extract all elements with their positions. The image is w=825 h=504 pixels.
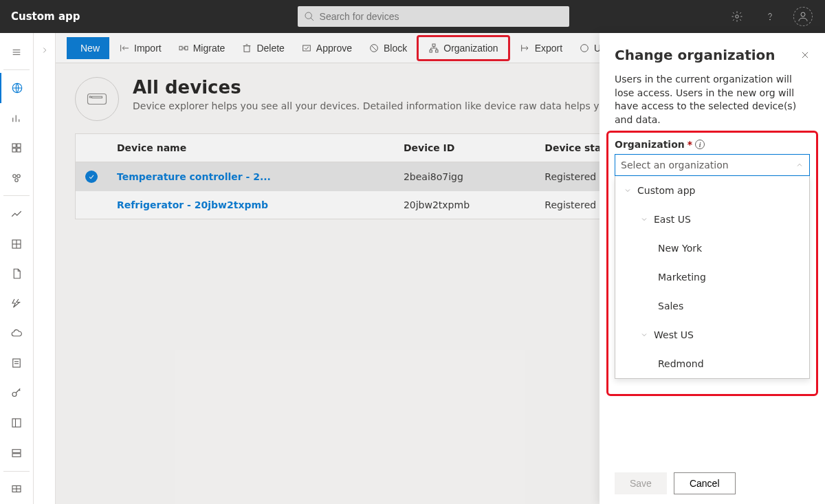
organization-icon: [428, 43, 439, 54]
device-status-cell: Registered: [544, 199, 596, 210]
organization-label: Organization: [443, 43, 498, 54]
svg-line-45: [371, 45, 377, 51]
chevron-up-icon: [795, 161, 804, 169]
change-organization-panel: Change organization Users in the current…: [600, 33, 825, 504]
delete-icon: [241, 43, 252, 54]
nav-cloud-icon[interactable]: [0, 318, 33, 348]
nav-list-icon[interactable]: [0, 349, 33, 378]
org-node-sales[interactable]: Sales: [615, 292, 809, 320]
svg-rect-13: [17, 144, 21, 147]
nav-layout-icon[interactable]: [0, 408, 33, 438]
close-icon[interactable]: [800, 47, 810, 63]
device-name-link[interactable]: Refrigerator - 20jbw2txpmb: [117, 199, 268, 210]
svg-line-1: [311, 18, 314, 21]
main-area: New Import Migrate Delete Approve Block: [56, 33, 825, 504]
export-button[interactable]: Export: [513, 37, 569, 59]
col-select: [76, 134, 108, 162]
svg-point-2: [736, 15, 739, 19]
account-icon[interactable]: [792, 6, 814, 28]
nav-grid-icon[interactable]: [0, 229, 33, 259]
org-node-west-us[interactable]: West US: [615, 320, 809, 349]
chevron-down-icon: [640, 215, 648, 223]
svg-point-25: [12, 392, 16, 396]
organization-button[interactable]: Organization: [421, 37, 505, 59]
migrate-icon: [178, 43, 189, 54]
export-icon: [520, 43, 531, 54]
nav-analytics-icon[interactable]: [0, 103, 33, 133]
svg-rect-48: [436, 50, 438, 52]
panel-title: Change organization: [615, 47, 776, 63]
svg-rect-29: [12, 454, 21, 457]
search-icon: [304, 11, 315, 22]
svg-rect-43: [303, 45, 311, 51]
nav-table-icon[interactable]: [0, 474, 33, 504]
unblock-icon: [579, 43, 590, 54]
svg-point-4: [801, 12, 805, 17]
col-device-name[interactable]: Device name: [107, 134, 394, 162]
new-button[interactable]: New: [67, 37, 109, 59]
device-status-cell: Registered: [544, 171, 596, 182]
nav-server-icon[interactable]: [0, 438, 33, 468]
block-icon: [368, 43, 380, 54]
nav-dashboards-icon[interactable]: [0, 133, 33, 162]
app-title: Custom app: [11, 10, 80, 23]
import-button[interactable]: Import: [112, 37, 168, 59]
search-input[interactable]: [298, 6, 569, 27]
svg-rect-28: [12, 450, 21, 453]
svg-rect-12: [12, 144, 16, 147]
nav-devices-icon[interactable]: [0, 73, 33, 102]
page-icon: [75, 77, 119, 121]
org-node-new-york[interactable]: New York: [615, 234, 809, 263]
save-button: Save: [615, 472, 667, 494]
subnav-expand[interactable]: [34, 33, 56, 504]
nav-hamburger-icon[interactable]: [0, 37, 33, 67]
delete-button[interactable]: Delete: [234, 37, 291, 59]
device-id-cell: 20jbw2txpmb: [404, 199, 470, 210]
nav-line-chart-icon[interactable]: [0, 199, 33, 228]
nav-security-icon[interactable]: [0, 378, 33, 408]
top-bar: Custom app: [0, 0, 825, 33]
panel-description: Users in the current organization will l…: [615, 73, 810, 127]
approve-button[interactable]: Approve: [294, 37, 359, 59]
delete-label: Delete: [256, 43, 284, 54]
svg-point-17: [17, 174, 21, 177]
migrate-label: Migrate: [193, 43, 226, 54]
svg-rect-37: [179, 46, 182, 50]
device-name-link[interactable]: Temperature controller - 2...: [117, 171, 271, 182]
approve-icon: [301, 43, 312, 54]
search-box[interactable]: [298, 6, 569, 27]
nav-jobs-icon[interactable]: [0, 289, 33, 318]
new-button-label: New: [80, 43, 100, 54]
nav-page-icon[interactable]: [0, 259, 33, 288]
org-node-marketing[interactable]: Marketing: [615, 263, 809, 292]
nav-groups-icon[interactable]: [0, 163, 33, 193]
migrate-button[interactable]: Migrate: [171, 37, 232, 59]
combobox-placeholder: Select an organization: [621, 160, 729, 171]
block-button[interactable]: Block: [362, 37, 414, 59]
svg-rect-40: [244, 45, 250, 52]
page-title: All devices: [133, 77, 659, 98]
org-node-redmond[interactable]: Redmond: [615, 349, 809, 378]
svg-rect-22: [13, 359, 21, 367]
settings-icon[interactable]: [726, 6, 748, 28]
cancel-button[interactable]: Cancel: [674, 472, 736, 494]
help-icon[interactable]: [759, 6, 781, 28]
svg-point-16: [13, 174, 16, 177]
organization-combobox[interactable]: Select an organization: [615, 154, 810, 176]
org-node-east-us[interactable]: East US: [615, 205, 809, 234]
org-node-custom-app[interactable]: Custom app: [615, 176, 809, 205]
chevron-down-icon: [624, 186, 632, 195]
svg-rect-57: [92, 96, 102, 98]
svg-point-58: [89, 96, 91, 98]
checkmark-icon[interactable]: [85, 171, 98, 183]
svg-rect-15: [17, 149, 21, 152]
page-subtitle: Device explorer helps you see all your d…: [133, 100, 659, 111]
approve-label: Approve: [316, 43, 352, 54]
svg-rect-56: [88, 94, 107, 105]
col-device-id[interactable]: Device ID: [394, 134, 535, 162]
svg-rect-47: [430, 50, 432, 52]
info-icon[interactable]: i: [695, 140, 705, 149]
block-label: Block: [384, 43, 407, 54]
svg-rect-14: [12, 149, 16, 152]
left-nav-rail: [0, 33, 34, 504]
